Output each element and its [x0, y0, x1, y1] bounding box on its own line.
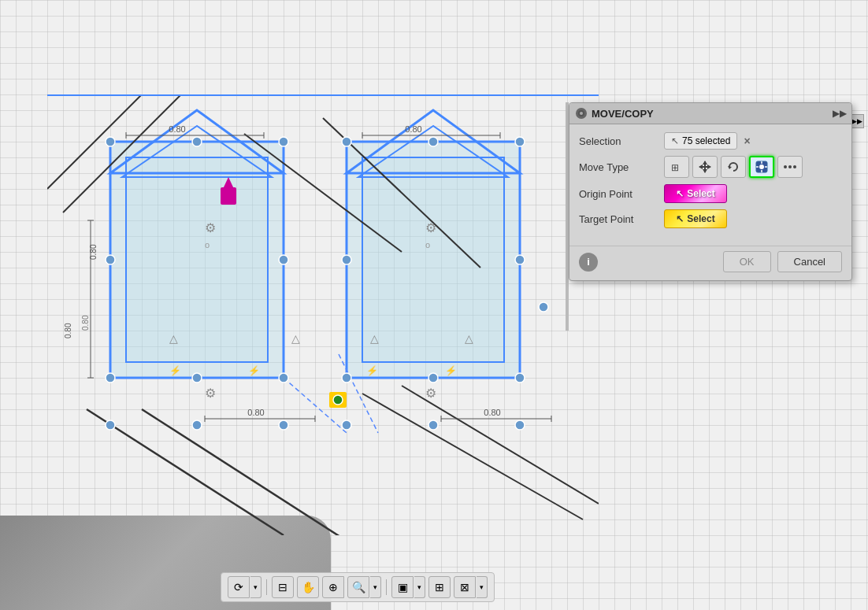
svg-point-39 — [515, 420, 525, 430]
ok-btn[interactable]: OK — [723, 251, 771, 272]
svg-point-99 — [788, 165, 792, 168]
zoom-region-tool[interactable]: 🔍 ▾ — [347, 576, 381, 598]
rotate3d-arrow[interactable]: ▾ — [250, 576, 262, 598]
move-type-rotate-btn[interactable] — [721, 156, 746, 178]
target-point-label: Target Point — [579, 213, 658, 225]
zoom-tool[interactable]: ⊕ — [322, 576, 344, 598]
svg-rect-81 — [47, 94, 599, 96]
svg-point-24 — [192, 137, 202, 146]
svg-text:0.80: 0.80 — [247, 408, 264, 417]
dialog-footer: i OK Cancel — [569, 246, 851, 280]
svg-point-28 — [342, 373, 351, 383]
origin-point-label: Origin Point — [579, 188, 658, 200]
svg-line-12 — [87, 409, 284, 535]
rotate3d-tool[interactable]: ⟳ ▾ — [228, 576, 262, 598]
selection-clear-btn[interactable]: × — [744, 135, 750, 146]
svg-point-35 — [192, 420, 202, 430]
svg-point-19 — [279, 137, 288, 146]
svg-point-34 — [106, 420, 115, 430]
svg-point-37 — [342, 420, 351, 430]
svg-line-13 — [142, 409, 362, 535]
plans-btn[interactable]: ⊟ — [272, 576, 294, 598]
svg-text:o: o — [205, 240, 210, 250]
move-type-translate-btn[interactable]: ⊞ — [664, 156, 689, 178]
move-type-translate2-btn[interactable] — [692, 156, 718, 178]
svg-marker-91 — [728, 166, 732, 169]
move-type-more-btn[interactable] — [777, 156, 803, 178]
grid-btn[interactable]: ⊞ — [428, 576, 451, 598]
cancel-btn[interactable]: Cancel — [777, 251, 842, 272]
viewport-btn[interactable]: ▣ — [391, 576, 414, 598]
svg-text:⚙: ⚙ — [425, 386, 436, 400]
bottom-toolbar: ⟳ ▾ ⊟ ✋ ⊕ 🔍 ▾ ▣ ▾ ⊞ ⊠ ▾ — [221, 572, 495, 602]
zoom-region-arrow[interactable]: ▾ — [370, 576, 381, 598]
dialog-titlebar: MOVE/COPY ▶▶ — [569, 103, 851, 124]
zoom-region-btn[interactable]: 🔍 — [347, 576, 369, 598]
svg-point-18 — [106, 137, 115, 146]
dialog-title-right: ▶▶ — [833, 107, 845, 120]
svg-text:△: △ — [169, 332, 178, 345]
svg-point-73 — [333, 395, 343, 405]
svg-marker-88 — [703, 169, 707, 173]
target-point-select-btn[interactable]: ↖ Select — [664, 209, 727, 228]
svg-text:⚙: ⚙ — [205, 221, 216, 235]
move-type-label: Move Type — [579, 161, 658, 173]
svg-text:⊞: ⊞ — [671, 162, 679, 173]
svg-text:0.80: 0.80 — [169, 124, 185, 134]
svg-text:0.80: 0.80 — [405, 124, 421, 134]
selection-count: 75 selected — [682, 135, 730, 146]
viewport-tool[interactable]: ▣ ▾ — [391, 576, 425, 598]
split-view-btn[interactable]: ⊠ — [454, 576, 476, 598]
svg-marker-89 — [699, 165, 703, 169]
action-buttons: OK Cancel — [723, 251, 842, 272]
svg-point-30 — [342, 255, 351, 264]
target-select-label: Select — [687, 213, 714, 224]
dialog-title-left: MOVE/COPY — [576, 108, 654, 120]
svg-point-22 — [106, 255, 115, 264]
dialog-window-icon — [576, 108, 587, 119]
viewport-arrow[interactable]: ▾ — [414, 576, 425, 598]
separator-1 — [266, 579, 267, 595]
target-point-controls: ↖ Select — [664, 209, 842, 228]
svg-rect-5 — [362, 157, 504, 362]
target-point-row: Target Point ↖ Select — [579, 209, 842, 228]
svg-point-83 — [580, 112, 583, 115]
svg-text:0.80: 0.80 — [64, 323, 72, 338]
canvas-area: 0.80 0.80 0.80 0.80 0.80 0.80 △ △ △ △ ⚙ … — [0, 0, 868, 610]
svg-point-32 — [428, 137, 438, 146]
rotate3d-btn[interactable]: ⟳ — [228, 576, 250, 598]
split-view-tool[interactable]: ⊠ ▾ — [454, 576, 488, 598]
selection-badge: ↖ 75 selected — [664, 132, 737, 150]
svg-point-38 — [428, 420, 438, 430]
svg-text:⚡: ⚡ — [366, 364, 378, 376]
svg-point-26 — [342, 137, 351, 146]
origin-select-label: Select — [687, 188, 714, 199]
svg-point-27 — [515, 137, 525, 146]
svg-point-31 — [515, 255, 525, 264]
zoom-btn[interactable]: ⊕ — [322, 576, 344, 598]
svg-text:o: o — [425, 240, 430, 250]
svg-point-33 — [428, 373, 438, 383]
move-type-snap-btn[interactable] — [749, 156, 774, 178]
split-view-arrow[interactable]: ▾ — [477, 576, 488, 598]
pan-btn[interactable]: ✋ — [297, 576, 319, 598]
move-type-controls: ⊞ — [664, 156, 842, 178]
svg-point-23 — [279, 255, 288, 264]
selection-row: Selection ↖ 75 selected × — [579, 132, 842, 150]
svg-text:⚡: ⚡ — [169, 364, 181, 376]
selection-label: Selection — [579, 135, 658, 147]
svg-point-100 — [793, 165, 796, 168]
svg-text:⚙: ⚙ — [205, 386, 216, 400]
origin-point-select-btn[interactable]: ↖ Select — [664, 184, 727, 203]
svg-point-36 — [279, 420, 288, 430]
dialog-expand-btn[interactable]: ▶▶ — [833, 107, 845, 120]
separator-2 — [386, 579, 387, 595]
svg-marker-90 — [707, 165, 711, 169]
svg-text:0.80: 0.80 — [81, 315, 90, 331]
svg-text:△: △ — [370, 332, 379, 345]
svg-point-20 — [106, 373, 115, 383]
info-btn[interactable]: i — [579, 253, 598, 272]
svg-point-25 — [192, 373, 202, 383]
cursor-icon: ↖ — [671, 135, 679, 146]
svg-text:⚡: ⚡ — [445, 364, 457, 376]
